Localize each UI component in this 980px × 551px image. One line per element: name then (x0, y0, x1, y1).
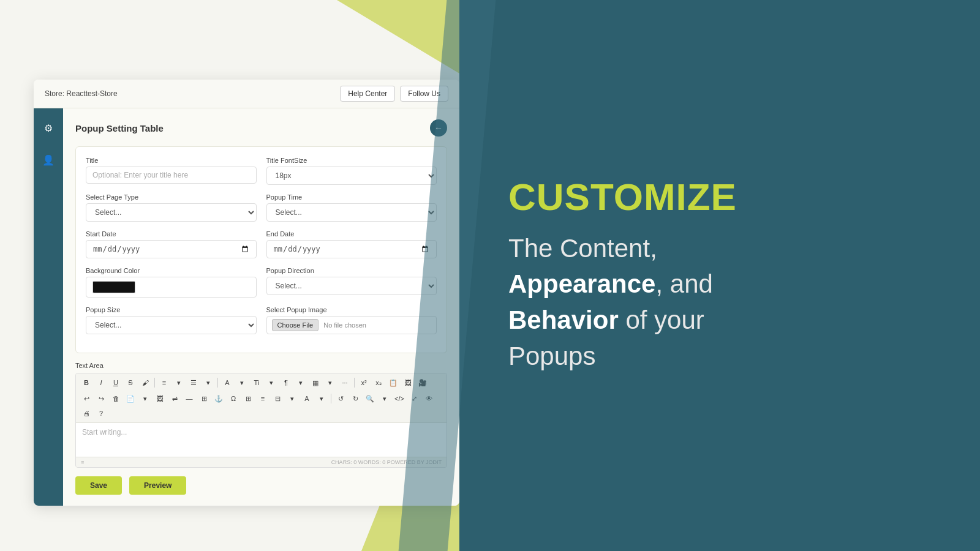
toolbar-align-dropdown[interactable]: ▾ (285, 392, 299, 405)
toolbar-omega[interactable]: Ω (227, 392, 240, 405)
toolbar-table2[interactable]: ⊞ (241, 392, 255, 405)
toolbar-redo2[interactable]: ↪ (94, 392, 108, 405)
toolbar-list-ol-dropdown[interactable]: ▾ (202, 376, 215, 389)
editor-placeholder: Start writing... (82, 428, 127, 437)
toolbar-list-dropdown[interactable]: ▾ (172, 376, 186, 389)
toolbar-align-center[interactable]: ≡ (256, 392, 270, 405)
popup-size-label: Popup Size (86, 306, 257, 313)
form-row-1: Title Title FontSize 18px (86, 157, 437, 185)
start-date-input[interactable] (86, 240, 257, 258)
toolbar-search-dropdown[interactable]: ▾ (378, 392, 391, 405)
help-center-button[interactable]: Help Center (340, 86, 395, 102)
title-label: Title (86, 157, 257, 164)
end-date-group: End Date (266, 230, 437, 258)
toolbar-font-dropdown[interactable]: ▾ (235, 376, 249, 389)
editor-body[interactable]: Start writing... (76, 423, 447, 457)
page-type-select[interactable]: Select... (86, 203, 257, 222)
popup-time-select[interactable]: Select... (266, 203, 437, 222)
sidebar: ⚙ 👤 (34, 108, 63, 506)
end-date-input[interactable] (266, 240, 437, 258)
toolbar-sep-2 (217, 378, 218, 388)
popup-time-group: Popup Time Select... (266, 193, 437, 222)
toolbar-block[interactable]: ▦ (309, 376, 322, 389)
popup-direction-select[interactable]: Select... (266, 277, 437, 295)
form-row-5: Popup Size Select... Select Popup Image … (86, 306, 437, 334)
preview-button[interactable]: Preview (129, 476, 186, 495)
subline2-bold: Appearance (508, 269, 655, 298)
toolbar-color[interactable]: A (300, 392, 314, 405)
toolbar-italic[interactable]: I (94, 376, 108, 389)
toolbar-list-ul[interactable]: ≡ (157, 376, 171, 389)
toolbar-undo[interactable]: ↩ (80, 392, 93, 405)
title-fontsize-label: Title FontSize (266, 157, 437, 164)
toolbar-font-ti[interactable]: Ti (250, 376, 263, 389)
toolbar-paragraph[interactable]: ¶ (279, 376, 293, 389)
toolbar-color-dropdown[interactable]: ▾ (315, 392, 328, 405)
toolbar-block-dropdown[interactable]: ▾ (323, 376, 337, 389)
sidebar-user-icon[interactable]: 👤 (40, 151, 57, 168)
bg-color-label: Background Color (86, 267, 257, 274)
content-area: Popup Setting Table ← Title Title FontSi… (63, 108, 459, 506)
form-container: Title Title FontSize 18px (75, 146, 447, 353)
toolbar-brush[interactable]: 🖌 (138, 376, 152, 389)
right-panel: CUSTOMIZE The Content, Appearance, and B… (459, 0, 980, 551)
toolbar-list-ol[interactable]: ☰ (187, 376, 200, 389)
popup-direction-group: Popup Direction Select... (266, 267, 437, 298)
toolbar-search[interactable]: 🔍 (363, 392, 377, 405)
title-fontsize-group: Title FontSize 18px (266, 157, 437, 185)
toolbar-help[interactable]: ? (94, 407, 108, 420)
toolbar-dropdown2[interactable]: ▾ (138, 392, 152, 405)
toolbar-print[interactable]: 🖨 (80, 407, 93, 420)
action-buttons: Save Preview (75, 476, 447, 495)
toolbar-hr[interactable]: — (183, 392, 196, 405)
toolbar-sep-3 (354, 378, 355, 388)
popup-image-label: Select Popup Image (266, 306, 437, 313)
editor-container: B I U S 🖌 ≡ ▾ ☰ ▾ A ▾ (75, 373, 447, 468)
toolbar-anchor[interactable]: ⚓ (212, 392, 225, 405)
toolbar-table[interactable]: ⊞ (197, 392, 211, 405)
toolbar-subscript[interactable]: x₂ (372, 376, 385, 389)
toolbar-font-ti-dropdown[interactable]: ▾ (265, 376, 278, 389)
toolbar-align2[interactable]: ⊟ (271, 392, 284, 405)
title-group: Title (86, 157, 257, 185)
page-type-label: Select Page Type (86, 193, 257, 201)
toolbar-more[interactable]: ··· (338, 376, 352, 389)
title-input[interactable] (86, 167, 257, 184)
toolbar-img2[interactable]: 🖼 (153, 392, 167, 405)
app-window: Store: Reacttest-Store Help Center Follo… (34, 80, 459, 506)
main-layout: ⚙ 👤 Popup Setting Table ← (34, 108, 459, 506)
toolbar-sep-1 (154, 378, 155, 388)
start-date-group: Start Date (86, 230, 257, 258)
popup-size-select[interactable]: Select... (86, 316, 257, 334)
form-row-3: Start Date End Date (86, 230, 437, 258)
toolbar-copy[interactable]: 📋 (386, 376, 400, 389)
save-button[interactable]: Save (75, 476, 122, 495)
toolbar-underline[interactable]: U (109, 376, 123, 389)
toolbar-trash[interactable]: 🗑 (109, 392, 123, 405)
title-fontsize-select[interactable]: 18px (266, 167, 437, 185)
headline-customize: CUSTOMIZE (508, 176, 931, 218)
choose-file-button[interactable]: Choose File (272, 319, 319, 331)
toolbar-superscript[interactable]: x² (357, 376, 371, 389)
toolbar-undo2[interactable]: ↺ (334, 392, 347, 405)
toolbar-copy2[interactable]: 📄 (124, 392, 137, 405)
toolbar-code[interactable]: </> (393, 392, 406, 405)
toolbar-bold[interactable]: B (80, 376, 93, 389)
store-label: Store: Reacttest-Store (45, 89, 118, 98)
subline1: The Content, (508, 234, 657, 263)
toolbar-font-a[interactable]: A (221, 376, 234, 389)
toolbar-para-dropdown[interactable]: ▾ (294, 376, 307, 389)
bg-color-group: Background Color (86, 267, 257, 298)
file-name-label: No file chosen (323, 321, 366, 329)
toolbar-align[interactable]: ⇌ (168, 392, 181, 405)
color-swatch[interactable] (92, 281, 135, 293)
file-input-row: Choose File No file chosen (266, 316, 437, 334)
toolbar-strikethrough[interactable]: S (124, 376, 137, 389)
page-header: Popup Setting Table ← (75, 119, 447, 137)
textarea-section: Text Area B I U S 🖌 ≡ ▾ ☰ (75, 362, 447, 468)
top-bar: Store: Reacttest-Store Help Center Follo… (34, 80, 459, 108)
toolbar-redo[interactable]: ↻ (349, 392, 362, 405)
sidebar-settings-icon[interactable]: ⚙ (40, 119, 57, 137)
subline3-normal: of your (619, 305, 704, 334)
form-row-4: Background Color Popup Direction Select.… (86, 267, 437, 298)
